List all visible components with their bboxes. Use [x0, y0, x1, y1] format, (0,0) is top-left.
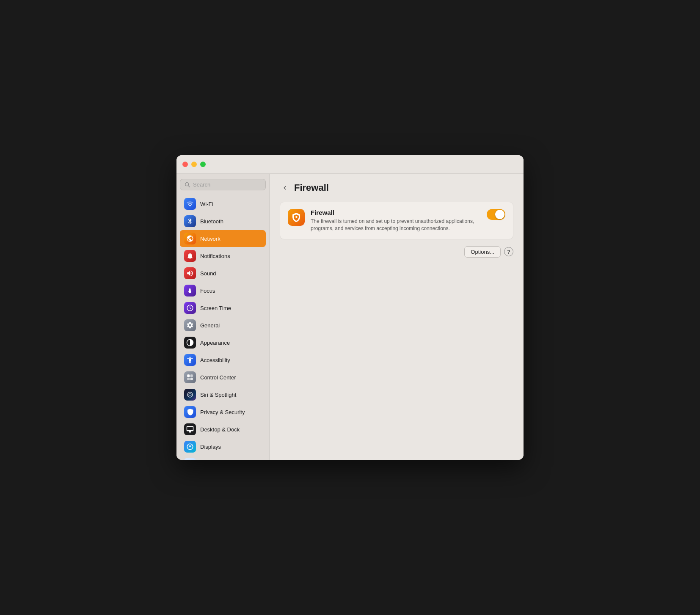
sidebar-item-displays[interactable]: Displays	[180, 438, 266, 455]
privacy-icon	[184, 406, 196, 418]
help-button[interactable]: ?	[504, 247, 513, 256]
sidebar-item-notifications[interactable]: Notifications	[180, 247, 266, 264]
sidebar-item-sound-label: Sound	[200, 270, 216, 277]
search-container: Search	[180, 179, 266, 190]
sidebar-item-network[interactable]: Network	[180, 230, 266, 247]
maximize-button[interactable]	[200, 162, 206, 167]
sidebar-group-connectivity: Wi-Fi Bluetooth Ne	[180, 195, 266, 247]
titlebar	[176, 155, 524, 174]
firewall-card: Firewall The firewall is turned on and s…	[280, 202, 513, 239]
general-icon	[184, 319, 196, 331]
sidebar-item-wallpaper[interactable]: Wallpaper	[180, 456, 266, 460]
sound-icon	[184, 267, 196, 279]
svg-rect-3	[187, 374, 190, 377]
main-content: Firewall Firewall The firewall is turned…	[270, 174, 524, 460]
sidebar-item-privacy[interactable]: Privacy & Security	[180, 404, 266, 420]
sidebar-group-preferences: General Appearance	[180, 317, 266, 421]
sidebar-item-appearance-label: Appearance	[200, 340, 230, 346]
traffic-lights	[182, 162, 206, 167]
sidebar-item-privacy-label: Privacy & Security	[200, 409, 245, 415]
sidebar-item-controlcenter[interactable]: Control Center	[180, 369, 266, 386]
sidebar-item-general[interactable]: General	[180, 317, 266, 334]
sidebar-item-siri-label: Siri & Spotlight	[200, 392, 236, 398]
sidebar-group-system: Notifications Sound	[180, 247, 266, 317]
sidebar-item-focus[interactable]: Focus	[180, 282, 266, 299]
controlcenter-icon	[184, 371, 196, 383]
screentime-icon	[184, 302, 196, 314]
firewall-description: The firewall is turned on and set up to …	[311, 218, 481, 232]
sidebar-item-notifications-label: Notifications	[200, 253, 230, 259]
sidebar-item-sound[interactable]: Sound	[180, 265, 266, 282]
sidebar-group-display: Desktop & Dock Displays	[180, 421, 266, 460]
wallpaper-icon	[184, 458, 196, 460]
sidebar-item-focus-label: Focus	[200, 288, 215, 294]
close-button[interactable]	[182, 162, 188, 167]
sidebar-item-desktop[interactable]: Desktop & Dock	[180, 421, 266, 438]
sidebar-item-general-label: General	[200, 322, 220, 329]
sidebar-item-accessibility[interactable]: Accessibility	[180, 351, 266, 368]
sidebar-item-screentime[interactable]: Screen Time	[180, 299, 266, 316]
displays-icon	[184, 441, 196, 453]
bluetooth-icon	[184, 215, 196, 227]
accessibility-icon	[184, 354, 196, 366]
sidebar-item-network-label: Network	[200, 236, 220, 242]
content-area: Search Wi-Fi	[176, 174, 524, 460]
sidebar-item-bluetooth-label: Bluetooth	[200, 218, 223, 225]
appearance-icon	[184, 337, 196, 349]
search-icon	[185, 182, 190, 188]
minimize-button[interactable]	[191, 162, 197, 167]
sidebar-item-wifi[interactable]: Wi-Fi	[180, 195, 266, 212]
svg-rect-5	[187, 378, 190, 380]
back-button[interactable]	[280, 183, 290, 193]
search-box[interactable]: Search	[180, 179, 266, 190]
page-title: Firewall	[294, 182, 329, 193]
sidebar-item-accessibility-label: Accessibility	[200, 357, 230, 363]
focus-icon	[184, 285, 196, 297]
sidebar-item-siri[interactable]: Siri & Spotlight	[180, 386, 266, 403]
sidebar-item-displays-label: Displays	[200, 444, 221, 450]
firewall-icon	[288, 209, 305, 226]
sidebar: Search Wi-Fi	[176, 174, 270, 460]
sidebar-item-controlcenter-label: Control Center	[200, 374, 236, 381]
sidebar-item-appearance[interactable]: Appearance	[180, 334, 266, 351]
main-header: Firewall	[280, 182, 513, 193]
toggle-container	[487, 209, 505, 220]
firewall-toggle[interactable]	[487, 209, 505, 220]
sidebar-item-bluetooth[interactable]: Bluetooth	[180, 213, 266, 230]
options-button[interactable]: Options...	[464, 246, 501, 258]
sidebar-item-screentime-label: Screen Time	[200, 305, 231, 311]
siri-icon	[184, 389, 196, 401]
svg-line-1	[188, 185, 190, 187]
notifications-icon	[184, 250, 196, 262]
desktop-icon	[184, 423, 196, 435]
network-icon	[184, 233, 196, 244]
firewall-info: Firewall The firewall is turned on and s…	[311, 209, 481, 232]
sidebar-item-wifi-label: Wi-Fi	[200, 201, 213, 207]
sidebar-item-desktop-label: Desktop & Dock	[200, 426, 240, 433]
system-preferences-window: Search Wi-Fi	[176, 155, 524, 460]
search-input[interactable]: Search	[193, 181, 261, 188]
wifi-icon	[184, 198, 196, 210]
firewall-title: Firewall	[311, 209, 481, 216]
svg-rect-6	[190, 378, 193, 380]
actions-row: Options... ?	[280, 246, 513, 258]
svg-rect-4	[190, 374, 193, 377]
